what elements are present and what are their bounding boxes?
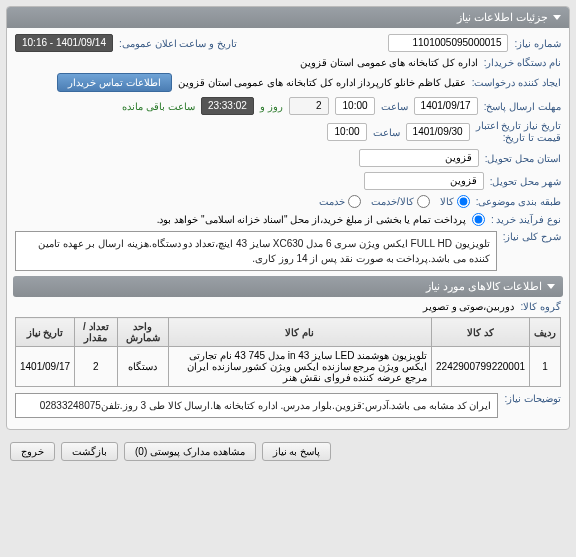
countdown-days: 2 [289, 97, 329, 115]
buy-type-note: پرداخت تمام یا بخشی از مبلغ خرید،از محل … [157, 214, 466, 225]
city-label: شهر محل تحویل: [490, 176, 561, 187]
buy-type-radio-input[interactable] [472, 213, 485, 226]
class-radio-kalakhedmat[interactable]: کالا/خدمت [371, 195, 430, 208]
city-value: قزوین [364, 172, 484, 190]
cell-qty: 2 [75, 347, 117, 387]
group-value: دوربین،صوتی و تصویر [423, 301, 515, 312]
col-code: کد کالا [432, 318, 530, 347]
items-header: اطلاعات کالاهای مورد نیاز [13, 276, 563, 297]
back-button[interactable]: بازگشت [61, 442, 118, 461]
credit-time: 10:00 [327, 123, 367, 141]
device-label: نام دستگاه خریدار: [484, 57, 561, 68]
cell-code: 2242900799220001 [432, 347, 530, 387]
class-radio-khedmat-input[interactable] [348, 195, 361, 208]
province-value: قزوین [359, 149, 479, 167]
items-table: ردیف کد کالا نام کالا واحد شمارش تعداد /… [15, 317, 561, 387]
col-date: تاریخ نیاز [16, 318, 75, 347]
col-unit: واحد شمارش [117, 318, 168, 347]
buy-type-radio[interactable] [472, 213, 485, 226]
requester-value: عقیل کاظم خانلو کارپرداز اداره کل کتابخا… [178, 77, 466, 88]
need-number-label: شماره نیاز: [514, 38, 561, 49]
class-radio-kala-input[interactable] [457, 195, 470, 208]
province-label: استان محل تحویل: [485, 153, 561, 164]
credit-time-label: ساعت [373, 127, 400, 138]
reply-button[interactable]: پاسخ به نیاز [262, 442, 332, 461]
col-name: نام کالا [168, 318, 431, 347]
contact-buyer-button[interactable]: اطلاعات تماس خریدار [57, 73, 172, 92]
notes-value: ایران کد مشابه می باشد.آدرس:قزوین.بلوار … [15, 393, 498, 418]
cell-date: 1401/09/17 [16, 347, 75, 387]
need-number: 1101005095000015 [388, 34, 508, 52]
credit-label: تاریخ نیاز تاریخ اعتبار قیمت تا تاریخ: [476, 120, 561, 144]
credit-date: 1401/09/30 [406, 123, 470, 141]
class-label: طبقه بندی موضوعی: [476, 196, 561, 207]
announce-value: 1401/09/14 - 10:16 [15, 34, 113, 52]
panel-header: جزئیات اطلاعات نیاز [7, 7, 569, 28]
col-qty: تعداد / مقدار [75, 318, 117, 347]
cell-name: تلویزیون هوشمند LED سایز 43 in مدل 745 4… [168, 347, 431, 387]
deadline-time-label: ساعت [381, 101, 408, 112]
attachments-button[interactable]: مشاهده مدارک پیوستی (0) [124, 442, 256, 461]
class-radio-kala[interactable]: کالا [440, 195, 470, 208]
table-header-row: ردیف کد کالا نام کالا واحد شمارش تعداد /… [16, 318, 561, 347]
group-label: گروه کالا: [520, 301, 561, 312]
desc-label: شرح کلی نیاز: [503, 231, 561, 242]
class-radio-kalakhedmat-input[interactable] [417, 195, 430, 208]
exit-button[interactable]: خروج [10, 442, 55, 461]
announce-label: تاریخ و ساعت اعلان عمومی: [119, 38, 237, 49]
deadline-time: 10:00 [335, 97, 375, 115]
countdown-day-label: روز و [260, 101, 283, 112]
device-value: اداره کل کتابخانه های عمومی استان قزوین [300, 57, 478, 68]
buy-type-label: نوع فرآیند خرید : [491, 214, 561, 225]
items-header-title: اطلاعات کالاهای مورد نیاز [426, 280, 542, 293]
requester-label: ایجاد کننده درخواست: [472, 77, 561, 88]
class-radio-group: کالا کالا/خدمت خدمت [319, 195, 470, 208]
table-row: 1 2242900799220001 تلویزیون هوشمند LED س… [16, 347, 561, 387]
main-panel: جزئیات اطلاعات نیاز شماره نیاز: 11010050… [6, 6, 570, 430]
col-idx: ردیف [530, 318, 561, 347]
cell-unit: دستگاه [117, 347, 168, 387]
countdown-tail: ساعت باقی مانده [122, 101, 195, 112]
notes-label: توضیحات نیاز: [504, 393, 561, 404]
class-radio-khedmat[interactable]: خدمت [319, 195, 361, 208]
collapse-icon-items[interactable] [547, 284, 555, 289]
cell-idx: 1 [530, 347, 561, 387]
deadline-date: 1401/09/17 [414, 97, 478, 115]
footer-buttons: پاسخ به نیاز مشاهده مدارک پیوستی (0) باز… [6, 436, 570, 467]
panel-title: جزئیات اطلاعات نیاز [457, 11, 548, 24]
deadline-label: مهلت ارسال پاسخ: [484, 101, 561, 112]
desc-value: تلویزیون FULL HD ایکس ویژن سری 6 مدل XC6… [15, 231, 497, 271]
collapse-icon[interactable] [553, 15, 561, 20]
countdown-time: 23:33:02 [201, 97, 254, 115]
